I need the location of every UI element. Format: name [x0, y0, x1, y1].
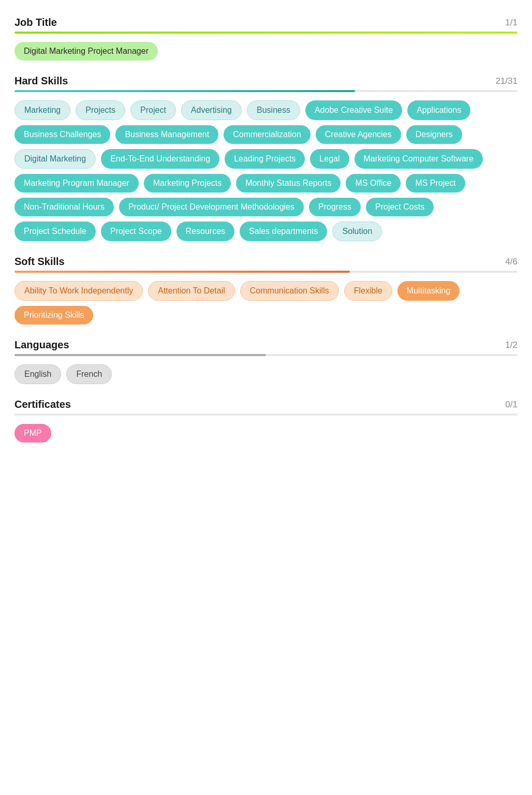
tag-project-scope[interactable]: Project Scope — [101, 222, 171, 241]
tag-marketing-computer-software[interactable]: Marketing Computer Software — [354, 149, 483, 169]
tag-solution[interactable]: Solution — [332, 222, 382, 241]
tag-marketing-program-manager[interactable]: Marketing Program Manager — [14, 174, 139, 193]
soft-skills-progress-track — [14, 271, 518, 273]
hard-skills-progress-track — [14, 90, 518, 92]
hard-skills-header: Hard Skills 21/31 — [14, 75, 518, 87]
languages-count: 1/2 — [505, 340, 518, 350]
tag-marketing[interactable]: Marketing — [14, 100, 70, 120]
tag-marketing-projects[interactable]: Marketing Projects — [144, 174, 231, 193]
tag-multitasking[interactable]: Multitasking — [397, 281, 460, 301]
tag-business-challenges[interactable]: Business Challenges — [14, 125, 110, 144]
tag-sales-departments[interactable]: Sales departments — [240, 222, 327, 241]
tag-french[interactable]: French — [66, 364, 112, 384]
tag-english[interactable]: English — [14, 364, 61, 384]
certificates-label: Certificates — [14, 399, 71, 410]
languages-progress-bar — [14, 354, 266, 356]
tag-designers[interactable]: Designers — [406, 125, 462, 144]
tag-prioritizing-skills[interactable]: Prioritizing Skills — [14, 306, 93, 325]
tag-business[interactable]: Business — [247, 100, 300, 120]
certificates-tags: PMP — [14, 424, 518, 443]
tag-ms-project[interactable]: MS Project — [406, 174, 465, 193]
job-title-label: Job Title — [14, 17, 57, 28]
certificates-count: 0/1 — [505, 400, 518, 410]
soft-skills-header: Soft Skills 4/6 — [14, 256, 518, 268]
job-title-progress-bar — [14, 32, 518, 34]
job-title-progress-track — [14, 32, 518, 34]
languages-tags: English French — [14, 364, 518, 384]
tag-flexible[interactable]: Flexible — [344, 281, 392, 301]
soft-skills-progress-bar — [14, 271, 350, 273]
job-title-count: 1/1 — [505, 18, 518, 28]
languages-progress-track — [14, 354, 518, 356]
tag-commercialization[interactable]: Commercialization — [224, 125, 311, 144]
job-title-tags: Digital Marketing Project Manager — [14, 42, 518, 61]
tag-adobe-creative-suite[interactable]: Adobe Creative Suite — [305, 100, 402, 120]
soft-skills-count: 4/6 — [505, 257, 518, 267]
tag-monthly-status-reports[interactable]: Monthly Status Reports — [236, 174, 341, 193]
tag-ability-to-work-independently[interactable]: Ability To Work Independently — [14, 281, 143, 301]
tag-legal[interactable]: Legal — [310, 149, 349, 169]
tag-digital-marketing[interactable]: Digital Marketing — [14, 149, 96, 169]
hard-skills-tags: Marketing Projects Project Advertising B… — [14, 100, 518, 241]
tag-communication-skills[interactable]: Communication Skills — [240, 281, 339, 301]
certificates-section: Certificates 0/1 PMP — [14, 399, 518, 443]
job-title-header: Job Title 1/1 — [14, 17, 518, 28]
hard-skills-label: Hard Skills — [14, 75, 68, 87]
certificates-header: Certificates 0/1 — [14, 399, 518, 410]
tag-pmp[interactable]: PMP — [14, 424, 51, 443]
soft-skills-label: Soft Skills — [14, 256, 65, 268]
tag-resources[interactable]: Resources — [176, 222, 234, 241]
tag-digital-marketing-project-manager[interactable]: Digital Marketing Project Manager — [14, 42, 158, 61]
tag-project-costs[interactable]: Project Costs — [366, 198, 434, 216]
tag-applications[interactable]: Applications — [407, 100, 470, 120]
tag-ms-office[interactable]: MS Office — [346, 174, 401, 193]
tag-projects[interactable]: Projects — [76, 100, 125, 120]
tag-product-project-development-methodologies[interactable]: Product/ Project Development Methodologi… — [119, 198, 304, 216]
job-title-section: Job Title 1/1 Digital Marketing Project … — [14, 17, 518, 61]
languages-header: Languages 1/2 — [14, 339, 518, 351]
tag-end-to-end-understanding[interactable]: End-To-End Understanding — [101, 149, 219, 169]
tag-project[interactable]: Project — [130, 100, 176, 120]
languages-section: Languages 1/2 English French — [14, 339, 518, 384]
hard-skills-section: Hard Skills 21/31 Marketing Projects Pro… — [14, 75, 518, 241]
tag-non-traditional-hours[interactable]: Non-Traditional Hours — [14, 198, 114, 216]
tag-advertising[interactable]: Advertising — [181, 100, 242, 120]
soft-skills-section: Soft Skills 4/6 Ability To Work Independ… — [14, 256, 518, 325]
hard-skills-progress-bar — [14, 90, 355, 92]
soft-skills-tags: Ability To Work Independently Attention … — [14, 281, 518, 325]
tag-project-schedule[interactable]: Project Schedule — [14, 222, 96, 241]
tag-leading-projects[interactable]: Leading Projects — [225, 149, 305, 169]
certificates-progress-track — [14, 414, 518, 416]
tag-business-management[interactable]: Business Management — [115, 125, 218, 144]
tag-progress[interactable]: Progress — [309, 198, 361, 216]
tag-creative-agencies[interactable]: Creative Agencies — [316, 125, 401, 144]
languages-label: Languages — [14, 339, 69, 351]
hard-skills-count: 21/31 — [495, 76, 518, 86]
tag-attention-to-detail[interactable]: Attention To Detail — [148, 281, 235, 301]
